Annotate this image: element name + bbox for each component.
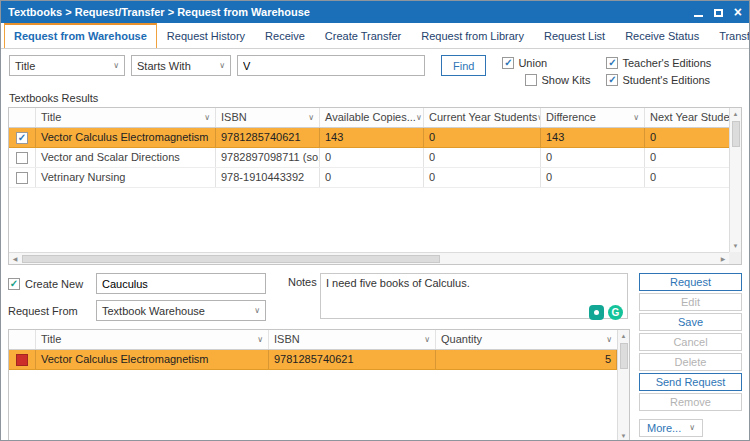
create-new-label: Create New bbox=[25, 278, 83, 290]
tab-request-history[interactable]: Request History bbox=[157, 24, 255, 48]
row-checkbox-unchecked[interactable] bbox=[16, 152, 28, 164]
delete-button[interactable]: Delete bbox=[639, 353, 742, 371]
tab-request-from-warehouse[interactable]: Request from Warehouse bbox=[4, 23, 157, 49]
create-new-input[interactable] bbox=[96, 273, 266, 294]
column-header-quantity[interactable]: Quantity∨ bbox=[436, 330, 617, 349]
row-checkbox-checked[interactable] bbox=[16, 132, 28, 144]
checkbox-checked-icon[interactable] bbox=[606, 74, 618, 86]
checkbox-unchecked-icon[interactable] bbox=[525, 74, 537, 86]
row-checkbox-cell bbox=[9, 350, 36, 369]
row-checkbox-flagged[interactable] bbox=[16, 354, 28, 366]
chevron-down-icon[interactable]: ∨ bbox=[416, 114, 422, 122]
column-header-isbn[interactable]: ISBN∨ bbox=[216, 108, 320, 127]
scrollbar-corner bbox=[729, 252, 741, 264]
request-button[interactable]: Request bbox=[639, 273, 742, 291]
column-header-isbn[interactable]: ISBN∨ bbox=[269, 330, 436, 349]
results-header-row: Title∨ ISBN∨ Available Copies...∨ Curren… bbox=[9, 108, 729, 128]
notes-label: Notes bbox=[280, 273, 320, 327]
row-checkbox-cell bbox=[9, 128, 36, 147]
vertical-scroll-thumb[interactable] bbox=[620, 343, 628, 369]
teachers-editions-checkbox[interactable]: Teacher's Editions bbox=[606, 57, 711, 69]
request-from-select[interactable]: Textbook Warehouse ∨ bbox=[96, 300, 266, 321]
more-button[interactable]: More... ∨ bbox=[639, 419, 703, 437]
edit-button[interactable]: Edit bbox=[639, 293, 742, 311]
checkbox-checked-icon[interactable] bbox=[502, 57, 514, 69]
column-header-title[interactable]: Title∨ bbox=[36, 330, 269, 349]
minimize-icon[interactable] bbox=[694, 3, 703, 21]
vertical-scrollbar[interactable]: ▲ ▼ bbox=[617, 330, 629, 441]
filter-checkboxes: Union Teacher's Editions Show Kits Stude… bbox=[502, 57, 711, 86]
chevron-down-icon[interactable]: ∨ bbox=[204, 114, 210, 122]
checkbox-checked-icon[interactable] bbox=[606, 57, 618, 69]
table-row[interactable]: Vector Calculus Electromagnetism 9781285… bbox=[9, 128, 729, 148]
find-button[interactable]: Find bbox=[441, 55, 486, 76]
pin-icon[interactable] bbox=[589, 305, 604, 320]
close-icon[interactable]: × bbox=[734, 5, 742, 19]
cell-next-year: 0 bbox=[645, 148, 729, 167]
row-checkbox-cell bbox=[9, 168, 36, 187]
request-items-table: Title∨ ISBN∨ Quantity∨ Vector Calculus E… bbox=[8, 329, 630, 441]
tab-receive-status[interactable]: Receive Status bbox=[615, 24, 709, 48]
tab-receive[interactable]: Receive bbox=[255, 24, 315, 48]
send-request-button[interactable]: Send Request bbox=[639, 373, 742, 391]
header-checkbox-cell bbox=[9, 108, 36, 127]
chevron-down-icon[interactable]: ∨ bbox=[424, 336, 430, 344]
chevron-down-icon[interactable]: ∨ bbox=[633, 114, 639, 122]
request-from-label: Request From bbox=[8, 305, 96, 317]
checkbox-checked-icon[interactable] bbox=[8, 278, 20, 290]
column-header-title[interactable]: Title∨ bbox=[36, 108, 216, 127]
chevron-down-icon[interactable]: ∨ bbox=[257, 336, 263, 344]
notes-textarea[interactable]: I need five books of Calculus. bbox=[320, 273, 628, 319]
save-button[interactable]: Save bbox=[639, 313, 742, 331]
search-input[interactable] bbox=[237, 55, 425, 76]
cell-available: 0 bbox=[320, 168, 424, 187]
table-row[interactable]: Vetrinary Nursing 978-1910443392 0 0 0 0 bbox=[9, 168, 729, 188]
horizontal-scrollbar[interactable]: ◀ ▶ bbox=[9, 252, 729, 264]
cell-current-year: 0 bbox=[424, 128, 541, 147]
chevron-down-icon: ∨ bbox=[254, 307, 260, 315]
vertical-scrollbar[interactable]: ▲ ▼ bbox=[729, 108, 741, 252]
union-checkbox[interactable]: Union bbox=[502, 57, 590, 69]
chevron-down-icon: ∨ bbox=[219, 62, 225, 70]
create-new-checkbox[interactable]: Create New bbox=[8, 278, 96, 290]
tab-transfer-history[interactable]: Transfer History bbox=[709, 24, 749, 48]
chevron-down-icon[interactable]: ∨ bbox=[606, 336, 612, 344]
cancel-button[interactable]: Cancel bbox=[639, 333, 742, 351]
cell-difference: 143 bbox=[541, 128, 645, 147]
column-header-next-year-students[interactable]: Next Year Students∨ bbox=[645, 108, 729, 127]
scroll-down-icon[interactable]: ▼ bbox=[730, 240, 742, 252]
column-header-difference[interactable]: Difference∨ bbox=[541, 108, 645, 127]
column-header-current-year-students[interactable]: Current Year Students∨ bbox=[424, 108, 541, 127]
cell-difference: 0 bbox=[541, 168, 645, 187]
chevron-down-icon[interactable]: ∨ bbox=[308, 114, 314, 122]
scroll-left-icon[interactable]: ◀ bbox=[9, 253, 21, 265]
operator-select[interactable]: Starts With ∨ bbox=[131, 55, 231, 76]
maximize-icon[interactable] bbox=[714, 3, 723, 21]
tab-create-transfer[interactable]: Create Transfer bbox=[315, 24, 411, 48]
scroll-right-icon[interactable]: ▶ bbox=[717, 253, 729, 265]
request-header-row: Title∨ ISBN∨ Quantity∨ bbox=[9, 330, 617, 350]
table-empty-area bbox=[9, 188, 729, 252]
remove-button[interactable]: Remove bbox=[639, 393, 742, 411]
request-form: Create New Request From Textbook Warehou… bbox=[8, 273, 630, 327]
table-row[interactable]: Vector and Scalar Directions 97828970987… bbox=[9, 148, 729, 168]
scroll-down-icon[interactable]: ▼ bbox=[618, 430, 630, 441]
row-checkbox-unchecked[interactable] bbox=[16, 172, 28, 184]
cell-next-year: 0 bbox=[645, 168, 729, 187]
students-editions-checkbox[interactable]: Student's Editions bbox=[606, 74, 711, 86]
show-kits-checkbox[interactable]: Show Kits bbox=[525, 74, 590, 86]
horizontal-scroll-thumb[interactable] bbox=[22, 255, 440, 263]
cell-quantity: 5 bbox=[436, 350, 617, 369]
table-row[interactable]: Vector Calculus Electromagnetism 9781285… bbox=[9, 350, 617, 370]
vertical-scroll-thumb[interactable] bbox=[732, 121, 740, 147]
tab-request-list[interactable]: Request List bbox=[534, 24, 615, 48]
cell-title: Vector Calculus Electromagnetism bbox=[36, 350, 269, 369]
textbooks-results-table: Title∨ ISBN∨ Available Copies...∨ Curren… bbox=[8, 107, 742, 265]
scroll-up-icon[interactable]: ▲ bbox=[730, 108, 742, 120]
grammarly-icon[interactable]: G bbox=[608, 305, 623, 320]
column-header-available-copies[interactable]: Available Copies...∨ bbox=[320, 108, 424, 127]
field-select[interactable]: Title ∨ bbox=[9, 55, 125, 76]
scroll-up-icon[interactable]: ▲ bbox=[618, 330, 630, 342]
lower-area: Create New Request From Textbook Warehou… bbox=[1, 265, 749, 441]
tab-request-from-library[interactable]: Request from Library bbox=[411, 24, 534, 48]
